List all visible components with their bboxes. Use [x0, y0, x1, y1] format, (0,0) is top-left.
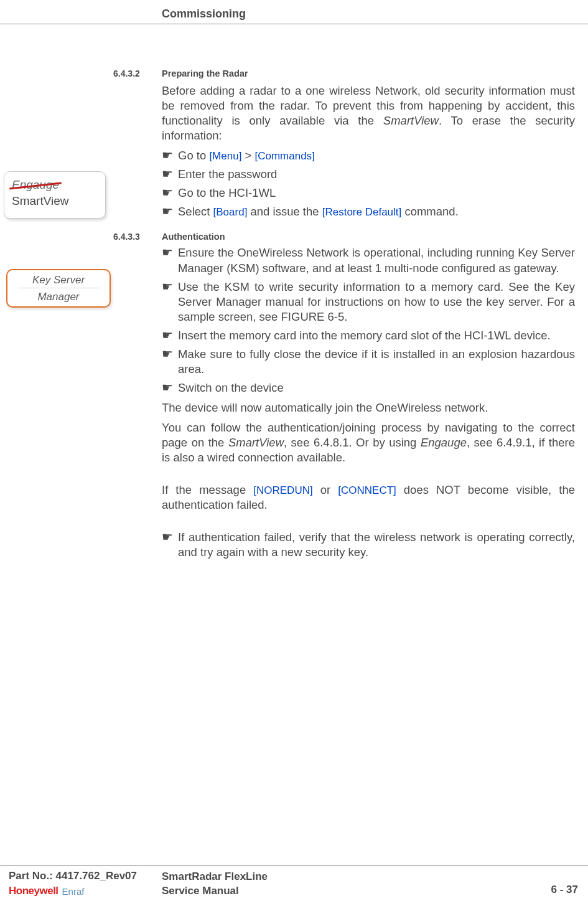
pointer-icon: ☛ — [162, 167, 178, 181]
step-text: Enter the password — [178, 167, 575, 182]
pointer-icon: ☛ — [162, 380, 178, 394]
pointer-icon: ☛ — [162, 204, 178, 218]
step-text: Make sure to fully close the device if i… — [178, 347, 575, 377]
pointer-icon: ☛ — [162, 328, 178, 342]
pointer-icon: ☛ — [162, 280, 178, 293]
step-text: Switch on the device — [178, 380, 575, 395]
step-text: Use the KSM to write security informatio… — [178, 280, 575, 324]
enraf-logo-text: Enraf — [62, 886, 85, 897]
keyserver-illustration: Key Server Manager — [6, 269, 111, 308]
running-header: Commissioning — [162, 7, 246, 21]
section-number: 6.4.3.3 — [113, 232, 162, 242]
section-title: Preparing the Radar — [162, 68, 248, 78]
section-title: Authentication — [162, 232, 225, 242]
footer-rule — [0, 865, 588, 866]
step-text: Select [Board] and issue the [Restore De… — [178, 204, 575, 219]
step-text: Ensure the OneWireless Network is operat… — [178, 245, 575, 275]
step-text: Go to the HCI-1WL — [178, 186, 575, 201]
honeywell-logo-text: Honeywell — [9, 885, 58, 897]
paragraph: The device will now automatically join t… — [162, 400, 575, 415]
pointer-icon: ☛ — [162, 530, 178, 544]
pointer-icon: ☛ — [162, 245, 178, 259]
pointer-icon: ☛ — [162, 186, 178, 199]
paragraph: You can follow the authentication/joinin… — [162, 420, 575, 465]
step-text: Insert the memory card into the memory c… — [178, 328, 575, 343]
footer-logo: Honeywell Enraf — [9, 885, 84, 897]
footer-doc-title: SmartRadar FlexLineService Manual — [162, 870, 268, 899]
header-rule — [0, 24, 588, 24]
smartview-illustration: Engauge SmartView — [4, 171, 106, 219]
footer-partno: Part No.: 4417.762_Rev07 — [9, 870, 137, 882]
keyserver-line1: Key Server — [32, 274, 85, 286]
step-text: If authentication failed, verify that th… — [178, 530, 575, 560]
pointer-icon: ☛ — [162, 347, 178, 361]
pointer-icon: ☛ — [162, 148, 178, 162]
keyserver-line2: Manager — [37, 291, 79, 303]
smartview-label: SmartView — [12, 194, 98, 208]
section-number: 6.4.3.2 — [113, 68, 162, 78]
page: Commissioning Engauge SmartView Key Serv… — [0, 0, 588, 906]
step-text: Go to [Menu] > [Commands] — [178, 148, 575, 163]
keyserver-divider — [18, 288, 99, 288]
footer-page-number: 6 - 37 — [551, 884, 578, 896]
paragraph: Before adding a radar to a one wireless … — [162, 83, 575, 143]
paragraph: If the message [NOREDUN] or [CONNECT] do… — [162, 483, 575, 512]
